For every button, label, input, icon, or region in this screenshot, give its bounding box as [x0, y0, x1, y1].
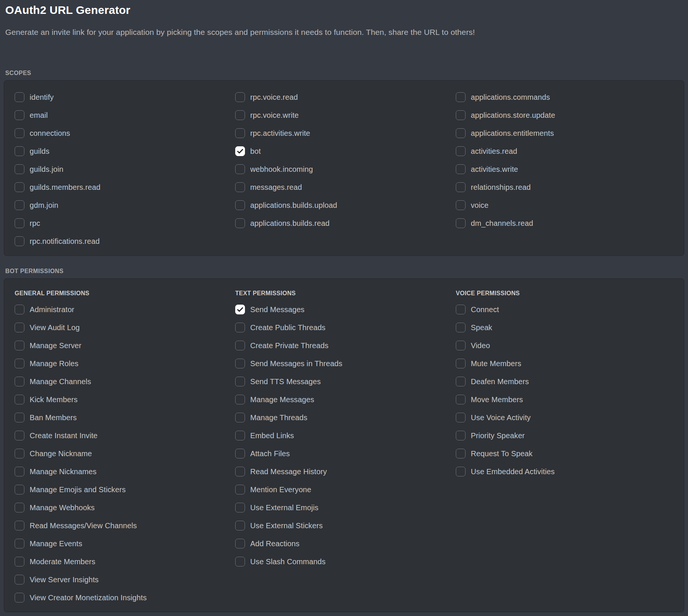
- permission-item-mention-everyone[interactable]: Mention Everyone: [235, 484, 456, 495]
- permission-checkbox-use-embedded-activities[interactable]: [456, 467, 466, 476]
- permission-item-manage-channels[interactable]: Manage Channels: [15, 376, 235, 387]
- permission-item-manage-emojis-and-stickers[interactable]: Manage Emojis and Stickers: [15, 484, 235, 495]
- permission-item-manage-roles[interactable]: Manage Roles: [15, 358, 235, 369]
- permission-checkbox-administrator[interactable]: [15, 305, 24, 314]
- permission-item-create-private-threads[interactable]: Create Private Threads: [235, 340, 456, 351]
- scope-item-guilds[interactable]: guilds: [15, 146, 235, 156]
- permission-checkbox-send-tts-messages[interactable]: [235, 377, 245, 386]
- permission-item-connect[interactable]: Connect: [456, 304, 676, 315]
- permission-checkbox-use-external-stickers[interactable]: [235, 521, 245, 530]
- permission-checkbox-add-reactions[interactable]: [235, 539, 245, 548]
- permission-checkbox-manage-webhooks[interactable]: [15, 503, 24, 512]
- permission-checkbox-manage-nicknames[interactable]: [15, 467, 24, 476]
- scope-item-guilds-members-read[interactable]: guilds.members.read: [15, 182, 235, 192]
- scope-checkbox-rpc[interactable]: [15, 218, 24, 228]
- permission-item-ban-members[interactable]: Ban Members: [15, 412, 235, 423]
- permission-item-attach-files[interactable]: Attach Files: [235, 448, 456, 459]
- permission-checkbox-view-audit-log[interactable]: [15, 323, 24, 332]
- permission-item-mute-members[interactable]: Mute Members: [456, 358, 676, 369]
- permission-item-use-slash-commands[interactable]: Use Slash Commands: [235, 556, 456, 567]
- permission-item-moderate-members[interactable]: Moderate Members: [15, 556, 235, 567]
- permission-item-manage-server[interactable]: Manage Server: [15, 340, 235, 351]
- scope-checkbox-gdm-join[interactable]: [15, 200, 24, 210]
- permission-item-embed-links[interactable]: Embed Links: [235, 430, 456, 441]
- scope-checkbox-bot-checked[interactable]: [235, 146, 245, 156]
- scope-item-messages-read[interactable]: messages.read: [235, 182, 456, 192]
- scope-item-rpc-voice-read[interactable]: rpc.voice.read: [235, 92, 456, 102]
- permission-item-request-to-speak[interactable]: Request To Speak: [456, 448, 676, 459]
- permission-item-view-server-insights[interactable]: View Server Insights: [15, 574, 235, 585]
- permission-item-video[interactable]: Video: [456, 340, 676, 351]
- permission-item-use-external-emojis[interactable]: Use External Emojis: [235, 502, 456, 513]
- permission-checkbox-priority-speaker[interactable]: [456, 431, 466, 440]
- permission-item-change-nickname[interactable]: Change Nickname: [15, 448, 235, 459]
- scope-checkbox-rpc-voice-read[interactable]: [235, 92, 245, 102]
- permission-item-kick-members[interactable]: Kick Members: [15, 394, 235, 405]
- scope-checkbox-relationships-read[interactable]: [456, 182, 466, 192]
- permission-checkbox-manage-emojis-and-stickers[interactable]: [15, 485, 24, 494]
- permission-item-speak[interactable]: Speak: [456, 322, 676, 333]
- permission-checkbox-deafen-members[interactable]: [456, 377, 466, 386]
- scope-item-applications-builds-upload[interactable]: applications.builds.upload: [235, 200, 456, 210]
- permission-checkbox-read-message-history[interactable]: [235, 467, 245, 476]
- scope-checkbox-applications-builds-read[interactable]: [235, 218, 245, 228]
- scope-item-dm-channels-read[interactable]: dm_channels.read: [456, 218, 676, 228]
- scope-checkbox-rpc-activities-write[interactable]: [235, 128, 245, 138]
- scope-checkbox-identify[interactable]: [15, 92, 24, 102]
- scope-checkbox-activities-write[interactable]: [456, 164, 466, 174]
- permission-item-read-messages-view-channels[interactable]: Read Messages/View Channels: [15, 520, 235, 531]
- permission-checkbox-moderate-members[interactable]: [15, 557, 24, 566]
- scope-checkbox-guilds-members-read[interactable]: [15, 182, 24, 192]
- permission-checkbox-manage-messages[interactable]: [235, 395, 245, 404]
- permission-item-view-creator-monetization-insights[interactable]: View Creator Monetization Insights: [15, 592, 235, 603]
- permission-checkbox-connect[interactable]: [456, 305, 466, 314]
- scope-item-activities-write[interactable]: activities.write: [456, 164, 676, 174]
- permission-item-use-embedded-activities[interactable]: Use Embedded Activities: [456, 466, 676, 477]
- permission-item-manage-events[interactable]: Manage Events: [15, 538, 235, 549]
- permission-item-priority-speaker[interactable]: Priority Speaker: [456, 430, 676, 441]
- permission-item-send-messages[interactable]: Send Messages: [235, 304, 456, 315]
- scope-checkbox-dm-channels-read[interactable]: [456, 218, 466, 228]
- permission-checkbox-mute-members[interactable]: [456, 359, 466, 368]
- scope-item-gdm-join[interactable]: gdm.join: [15, 200, 235, 210]
- permission-item-manage-threads[interactable]: Manage Threads: [235, 412, 456, 423]
- scope-item-voice[interactable]: voice: [456, 200, 676, 210]
- permission-checkbox-use-slash-commands[interactable]: [235, 557, 245, 566]
- permission-checkbox-mention-everyone[interactable]: [235, 485, 245, 494]
- permission-checkbox-request-to-speak[interactable]: [456, 449, 466, 458]
- permission-checkbox-video[interactable]: [456, 341, 466, 350]
- permission-item-use-voice-activity[interactable]: Use Voice Activity: [456, 412, 676, 423]
- scope-item-applications-commands[interactable]: applications.commands: [456, 92, 676, 102]
- scope-checkbox-applications-builds-upload[interactable]: [235, 200, 245, 210]
- scope-item-rpc[interactable]: rpc: [15, 218, 235, 228]
- permission-checkbox-manage-events[interactable]: [15, 539, 24, 548]
- permission-item-use-external-stickers[interactable]: Use External Stickers: [235, 520, 456, 531]
- permission-item-move-members[interactable]: Move Members: [456, 394, 676, 405]
- permission-checkbox-manage-threads[interactable]: [235, 413, 245, 422]
- permission-item-read-message-history[interactable]: Read Message History: [235, 466, 456, 477]
- scope-checkbox-applications-store-update[interactable]: [456, 110, 466, 120]
- scope-checkbox-applications-entitlements[interactable]: [456, 128, 466, 138]
- permission-item-send-messages-in-threads[interactable]: Send Messages in Threads: [235, 358, 456, 369]
- permission-checkbox-kick-members[interactable]: [15, 395, 24, 404]
- scope-item-activities-read[interactable]: activities.read: [456, 146, 676, 156]
- scope-item-applications-builds-read[interactable]: applications.builds.read: [235, 218, 456, 228]
- scope-checkbox-messages-read[interactable]: [235, 182, 245, 192]
- scope-item-relationships-read[interactable]: relationships.read: [456, 182, 676, 192]
- permission-checkbox-speak[interactable]: [456, 323, 466, 332]
- scope-checkbox-voice[interactable]: [456, 200, 466, 210]
- permission-checkbox-read-messages-view-channels[interactable]: [15, 521, 24, 530]
- scope-item-email[interactable]: email: [15, 110, 235, 120]
- permission-checkbox-manage-roles[interactable]: [15, 359, 24, 368]
- permission-checkbox-send-messages-checked[interactable]: [235, 305, 245, 314]
- scope-item-rpc-notifications-read[interactable]: rpc.notifications.read: [15, 236, 235, 246]
- permission-checkbox-manage-server[interactable]: [15, 341, 24, 350]
- permission-checkbox-send-messages-in-threads[interactable]: [235, 359, 245, 368]
- permission-item-deafen-members[interactable]: Deafen Members: [456, 376, 676, 387]
- permission-item-administrator[interactable]: Administrator: [15, 304, 235, 315]
- permission-checkbox-embed-links[interactable]: [235, 431, 245, 440]
- permission-checkbox-change-nickname[interactable]: [15, 449, 24, 458]
- permission-checkbox-view-creator-monetization-insights[interactable]: [15, 593, 24, 602]
- scope-checkbox-activities-read[interactable]: [456, 146, 466, 156]
- permission-item-create-public-threads[interactable]: Create Public Threads: [235, 322, 456, 333]
